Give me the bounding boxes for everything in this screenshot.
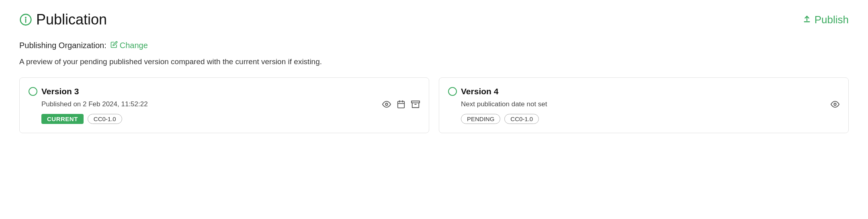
pending-badge: PENDING — [461, 114, 500, 124]
version-3-badges: CURRENT CC0-1.0 — [41, 114, 418, 124]
info-circle-icon — [19, 13, 32, 26]
archive-icon-3[interactable] — [411, 100, 420, 111]
license-badge-4: CC0-1.0 — [504, 114, 539, 124]
versions-row: Version 3 Published on 2 Feb 2024, 11:52… — [19, 77, 849, 133]
version-3-header: Version 3 — [29, 87, 418, 96]
version-card-4: Version 4 Next publication date not set … — [439, 77, 849, 133]
preview-text: A preview of your pending published vers… — [19, 57, 849, 66]
change-button[interactable]: Change — [111, 41, 148, 50]
svg-rect-6 — [398, 101, 405, 107]
version-4-header: Version 4 — [448, 87, 837, 96]
svg-point-5 — [385, 103, 388, 105]
eye-icon-4[interactable] — [831, 100, 839, 111]
version-3-date: Published on 2 Feb 2024, 11:52:22 — [41, 100, 418, 108]
version-4-radio[interactable] — [448, 87, 457, 96]
publish-icon — [802, 14, 811, 25]
edit-icon — [111, 41, 118, 50]
page-title: Publication — [36, 11, 107, 28]
version-4-title: Version 4 — [461, 87, 498, 96]
publish-button[interactable]: Publish — [802, 14, 849, 26]
publish-label: Publish — [815, 14, 849, 26]
page-header: Publication Publish — [19, 11, 849, 28]
org-label: Publishing Organization: — [19, 41, 106, 50]
current-badge: CURRENT — [41, 114, 84, 124]
title-group: Publication — [19, 11, 107, 28]
version-3-title: Version 3 — [41, 87, 79, 96]
eye-icon-3[interactable] — [382, 100, 391, 111]
version-4-badges: PENDING CC0-1.0 — [461, 114, 837, 124]
license-badge-3: CC0-1.0 — [88, 114, 122, 124]
version-4-date: Next publication date not set — [461, 100, 837, 108]
change-label: Change — [120, 41, 148, 50]
svg-rect-10 — [411, 101, 420, 103]
org-row: Publishing Organization: Change — [19, 41, 849, 50]
svg-point-12 — [834, 103, 836, 105]
calendar-icon-3[interactable] — [397, 100, 405, 111]
version-3-icons — [382, 100, 420, 111]
version-3-radio[interactable] — [29, 87, 37, 96]
version-card-3: Version 3 Published on 2 Feb 2024, 11:52… — [19, 77, 429, 133]
version-4-icons — [831, 100, 839, 111]
